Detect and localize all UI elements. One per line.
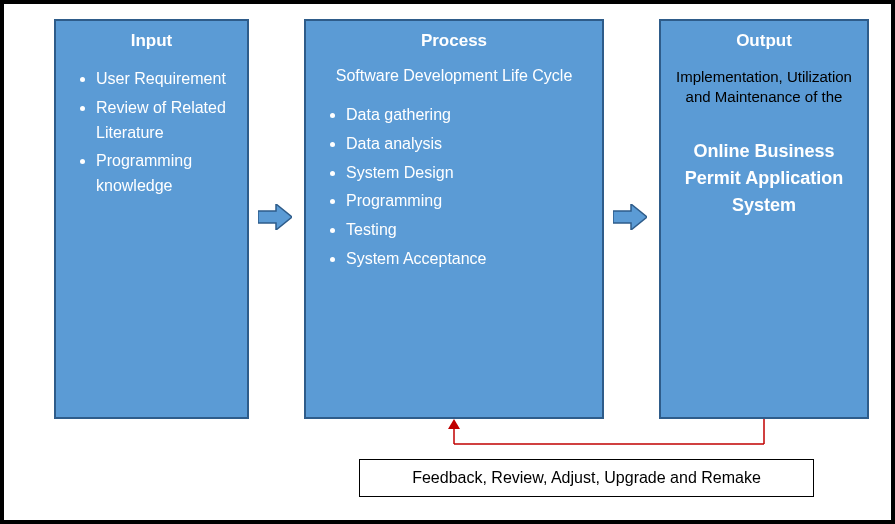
list-item: Review of Related Literature xyxy=(96,96,233,146)
svg-marker-0 xyxy=(258,204,292,230)
list-item: Programming xyxy=(346,189,588,214)
process-box: Process Software Development Life Cycle … xyxy=(304,19,604,419)
svg-marker-1 xyxy=(613,204,647,230)
list-item: Testing xyxy=(346,218,588,243)
list-item: User Requirement xyxy=(96,67,233,92)
feedback-label: Feedback, Review, Adjust, Upgrade and Re… xyxy=(412,469,761,487)
arrow-right-icon xyxy=(613,204,647,230)
output-system-name: Online Business Permit Application Syste… xyxy=(675,138,853,219)
process-list: Data gathering Data analysis System Desi… xyxy=(320,103,588,272)
list-item: Data analysis xyxy=(346,132,588,157)
feedback-label-box: Feedback, Review, Adjust, Upgrade and Re… xyxy=(359,459,814,497)
diagram-frame: Input User Requirement Review of Related… xyxy=(0,0,895,524)
list-item: System Acceptance xyxy=(346,247,588,272)
input-title: Input xyxy=(70,31,233,51)
arrow-right-icon xyxy=(258,204,292,230)
process-subtitle: Software Development Life Cycle xyxy=(320,67,588,85)
list-item: Data gathering xyxy=(346,103,588,128)
output-box: Output Implementation, Utilization and M… xyxy=(659,19,869,419)
output-title: Output xyxy=(675,31,853,51)
process-title: Process xyxy=(320,31,588,51)
output-description: Implementation, Utilization and Maintena… xyxy=(675,67,853,108)
list-item: Programming knowledge xyxy=(96,149,233,199)
list-item: System Design xyxy=(346,161,588,186)
svg-marker-5 xyxy=(448,419,460,429)
input-list: User Requirement Review of Related Liter… xyxy=(70,67,233,199)
input-box: Input User Requirement Review of Related… xyxy=(54,19,249,419)
